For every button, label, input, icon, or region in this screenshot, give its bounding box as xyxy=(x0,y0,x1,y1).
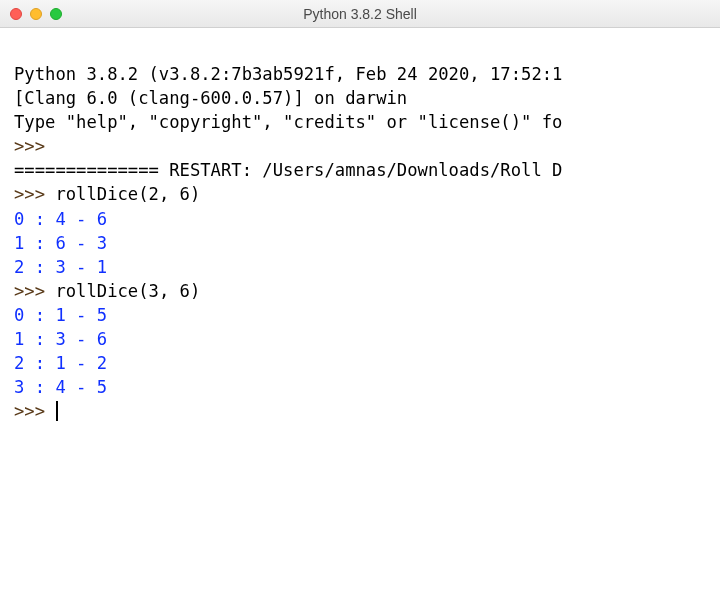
banner-line: Type "help", "copyright", "credits" or "… xyxy=(14,112,562,132)
prompt: >>> xyxy=(14,136,55,156)
input-line: >>> rollDice(3, 6) xyxy=(14,281,200,301)
close-icon[interactable] xyxy=(10,8,22,20)
output-line: 1 : 6 - 3 xyxy=(14,233,107,253)
command-text: rollDice(2, 6) xyxy=(55,184,200,204)
terminal-output[interactable]: Python 3.8.2 (v3.8.2:7b3ab5921f, Feb 24 … xyxy=(0,28,720,433)
titlebar: Python 3.8.2 Shell xyxy=(0,0,720,28)
window-title: Python 3.8.2 Shell xyxy=(10,6,710,22)
banner-line: Python 3.8.2 (v3.8.2:7b3ab5921f, Feb 24 … xyxy=(14,64,562,84)
output-line: 0 : 1 - 5 xyxy=(14,305,107,325)
restart-line: ============== RESTART: /Users/amnas/Dow… xyxy=(14,160,562,180)
prompt: >>> xyxy=(14,184,55,204)
prompt: >>> xyxy=(14,281,55,301)
output-line: 1 : 3 - 6 xyxy=(14,329,107,349)
maximize-icon[interactable] xyxy=(50,8,62,20)
output-line: 0 : 4 - 6 xyxy=(14,209,107,229)
banner-line: [Clang 6.0 (clang-600.0.57)] on darwin xyxy=(14,88,407,108)
command-text: rollDice(3, 6) xyxy=(55,281,200,301)
output-line: 2 : 3 - 1 xyxy=(14,257,107,277)
minimize-icon[interactable] xyxy=(30,8,42,20)
cursor-icon xyxy=(56,401,57,421)
prompt-line: >>> xyxy=(14,136,55,156)
output-line: 3 : 4 - 5 xyxy=(14,377,107,397)
traffic-lights xyxy=(10,8,62,20)
output-line: 2 : 1 - 2 xyxy=(14,353,107,373)
input-line: >>> rollDice(2, 6) xyxy=(14,184,200,204)
prompt-line: >>> xyxy=(14,401,58,421)
prompt: >>> xyxy=(14,401,55,421)
